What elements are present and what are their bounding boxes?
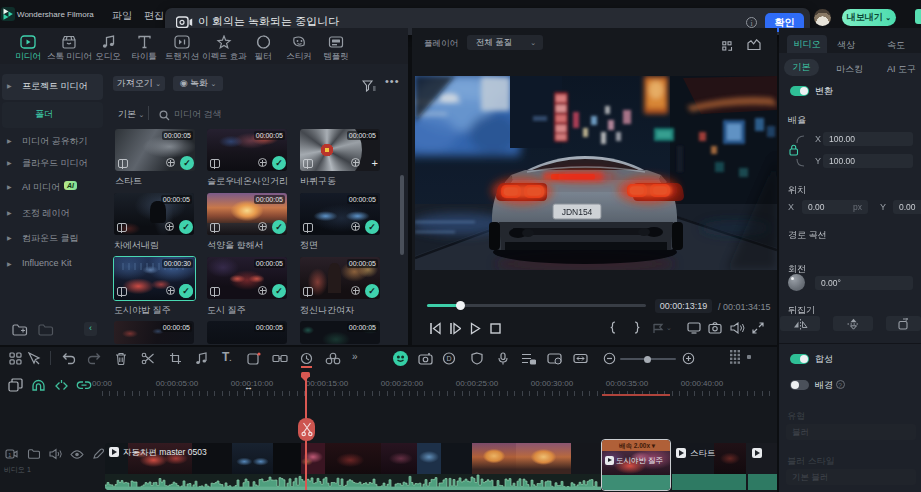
svg-text:D: D	[446, 355, 451, 362]
svg-text:1: 1	[8, 452, 11, 458]
